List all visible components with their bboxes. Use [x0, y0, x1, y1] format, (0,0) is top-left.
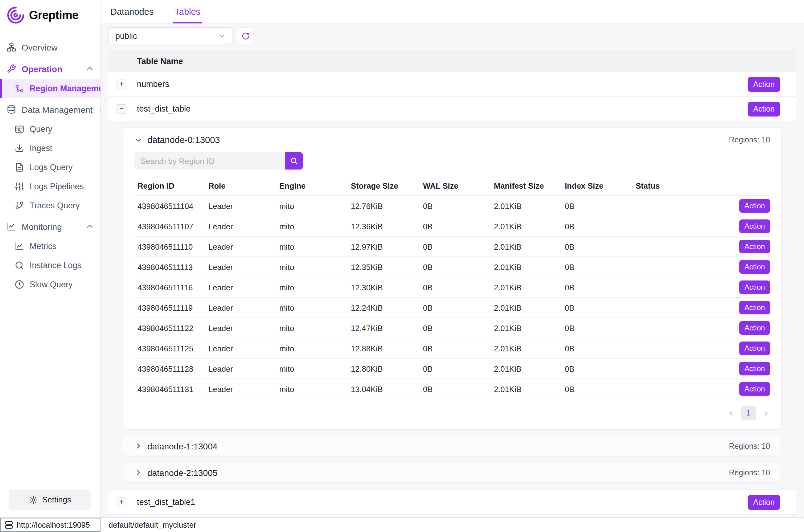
- datanode-2-header[interactable]: datanode-2:13005 Regions: 10: [123, 463, 781, 482]
- datanode-0-header[interactable]: datanode-0:13003 Regions: 10: [134, 135, 770, 145]
- sidebar-item-logs-pipelines[interactable]: Logs Pipelines: [0, 177, 100, 196]
- engine-cell: mito: [279, 222, 351, 231]
- brand-logo[interactable]: Greptime: [0, 0, 100, 27]
- region-action-button[interactable]: Action: [739, 281, 770, 294]
- sidebar-item-slow-query[interactable]: Slow Query: [0, 275, 100, 294]
- engine-cell: mito: [279, 384, 351, 394]
- wal-size-cell: 0B: [423, 262, 494, 271]
- schema-select[interactable]: public: [109, 27, 232, 44]
- role-cell: Leader: [208, 283, 279, 292]
- action-cell: Action: [739, 321, 770, 335]
- region-search-input[interactable]: [134, 152, 284, 170]
- sidebar-item-ingest[interactable]: Ingest: [0, 139, 100, 158]
- settings-button[interactable]: Settings: [9, 490, 91, 510]
- pagination-next-button[interactable]: [762, 409, 770, 417]
- sidebar-item-monitoring[interactable]: Monitoring: [0, 216, 100, 237]
- region-id-cell: 4398046511131: [137, 384, 208, 394]
- action-cell: Action: [739, 301, 770, 315]
- sidebar-item-operation[interactable]: Operation: [0, 59, 100, 79]
- storage-size-cell: 12.30KiB: [351, 283, 423, 292]
- sidebar-item-metrics[interactable]: Metrics: [0, 237, 100, 256]
- tab-label: Tables: [174, 6, 200, 16]
- regions-count: Regions: 10: [729, 136, 770, 144]
- sidebar-item-label: Data Management: [22, 104, 93, 114]
- datanode-name: datanode-1:13004: [147, 441, 217, 451]
- region-action-button[interactable]: Action: [739, 362, 770, 376]
- sidebar-item-query[interactable]: Query: [0, 119, 100, 139]
- table-action-button[interactable]: Action: [748, 101, 780, 116]
- action-cell: Action: [739, 240, 770, 253]
- sidebar-item-traces-query[interactable]: Traces Query: [0, 196, 100, 215]
- engine-cell: mito: [279, 242, 351, 251]
- gear-icon: [29, 495, 37, 504]
- region-action-button[interactable]: Action: [739, 342, 770, 355]
- index-size-cell: 0B: [565, 364, 636, 373]
- region-action-button[interactable]: Action: [739, 321, 770, 335]
- action-cell: Action: [739, 199, 770, 213]
- table-action-button[interactable]: Action: [748, 495, 780, 510]
- tab-datanodes[interactable]: Datanodes: [109, 0, 155, 23]
- sidebar-item-data-management[interactable]: Data Management: [0, 99, 100, 119]
- main-content: Datanodes Tables public: [100, 0, 804, 517]
- app-root: Greptime Overview: [0, 0, 804, 532]
- region-action-button[interactable]: Action: [739, 382, 770, 396]
- cluster-label: default/default_mycluster: [100, 518, 196, 532]
- engine-cell: mito: [279, 262, 351, 271]
- role-cell: Leader: [208, 222, 279, 231]
- database-icon: [7, 105, 16, 114]
- wal-size-cell: 0B: [423, 201, 494, 210]
- datanode-1-header[interactable]: datanode-1:13004 Regions: 10: [123, 436, 781, 456]
- region-id-cell: 4398046511110: [137, 242, 208, 251]
- manifest-size-cell: 2.01KiB: [494, 364, 565, 373]
- storage-size-cell: 12.35KiB: [351, 262, 423, 271]
- region-table-row: 4398046511128 Leader mito 12.80KiB 0B 2.…: [134, 359, 770, 379]
- collapse-icon[interactable]: −: [117, 104, 127, 114]
- settings-label: Settings: [42, 495, 71, 504]
- sidebar-item-label: Instance Logs: [30, 261, 81, 270]
- datanode-name: datanode-2:13005: [147, 468, 217, 477]
- region-action-button[interactable]: Action: [739, 199, 770, 213]
- pagination-prev-button[interactable]: [727, 409, 735, 417]
- storage-size-cell: 12.24KiB: [351, 303, 423, 312]
- region-action-button[interactable]: Action: [739, 220, 770, 233]
- column-header: Storage Size: [351, 181, 423, 190]
- table-action-button[interactable]: Action: [748, 77, 780, 92]
- sitemap-icon: [7, 42, 16, 52]
- sidebar-item-overview[interactable]: Overview: [0, 37, 100, 57]
- region-search-row: [134, 152, 770, 170]
- chevron-right-icon: [134, 469, 142, 476]
- region-table: Region ID Role Engine Storage Size WAL S…: [134, 176, 770, 399]
- refresh-icon: [241, 31, 250, 40]
- expand-icon[interactable]: +: [117, 79, 127, 89]
- statusbar: http://localhost:19095 default/default_m…: [0, 517, 804, 532]
- table-row-test-dist-table1: + test_dist_table1 Action: [109, 490, 796, 515]
- sidebar-item-label: Logs Pipelines: [30, 182, 84, 191]
- region-search-button[interactable]: [285, 152, 303, 170]
- column-header: WAL Size: [423, 181, 494, 190]
- refresh-button[interactable]: [237, 27, 254, 44]
- region-id-cell: 4398046511119: [137, 303, 208, 312]
- expand-icon[interactable]: +: [117, 497, 127, 507]
- column-header: Role: [208, 181, 279, 190]
- role-cell: Leader: [208, 323, 279, 332]
- region-id-cell: 4398046511104: [137, 201, 208, 210]
- greptime-spiral-icon: [6, 5, 25, 25]
- region-action-button[interactable]: Action: [739, 240, 770, 253]
- action-cell: Action: [739, 342, 770, 355]
- main-row: Greptime Overview: [0, 0, 804, 517]
- search-icon: [289, 156, 298, 165]
- sidebar-item-region-management[interactable]: Region Management: [0, 79, 100, 98]
- tab-tables[interactable]: Tables: [173, 0, 202, 23]
- sidebar-item-label: Slow Query: [30, 280, 73, 289]
- pagination-page-1[interactable]: 1: [741, 406, 756, 420]
- wal-size-cell: 0B: [423, 364, 494, 373]
- region-id-cell: 4398046511122: [137, 323, 208, 332]
- pagination: 1: [134, 406, 770, 422]
- host-selector[interactable]: http://localhost:19095: [0, 518, 100, 532]
- region-action-button[interactable]: Action: [739, 260, 770, 274]
- region-action-button[interactable]: Action: [739, 301, 770, 315]
- sidebar-item-instance-logs[interactable]: Instance Logs: [0, 256, 100, 275]
- sidebar-item-logs-query[interactable]: Logs Query: [0, 158, 100, 177]
- datanode-name: datanode-0:13003: [147, 135, 220, 145]
- chevron-up-icon: [85, 222, 94, 231]
